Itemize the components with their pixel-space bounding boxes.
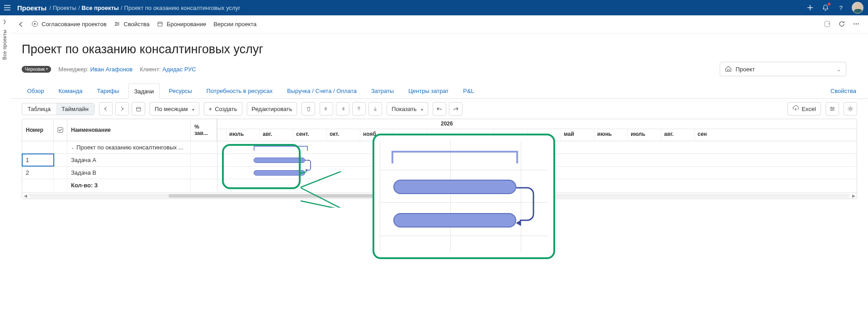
breadcrumb-item[interactable]: Все проекты bbox=[82, 5, 119, 11]
app-title: Проекты bbox=[17, 4, 47, 12]
column-settings-button[interactable] bbox=[826, 102, 839, 116]
breadcrumb-item[interactable]: Проект по оказанию консалтинговых услуг bbox=[124, 5, 241, 11]
gantt-task-bar[interactable] bbox=[254, 170, 305, 176]
gantt-month-header: сент. bbox=[293, 129, 327, 141]
svg-point-7 bbox=[854, 23, 855, 24]
cell-num[interactable]: 1 bbox=[22, 154, 54, 166]
col-checkbox[interactable] bbox=[54, 119, 67, 141]
indent-button[interactable] bbox=[336, 102, 349, 116]
project-selector[interactable]: Проект ⌄ bbox=[720, 62, 846, 76]
manager-label: Менеджер: bbox=[58, 66, 89, 73]
bell-icon[interactable] bbox=[821, 3, 830, 12]
plus-icon: + bbox=[209, 106, 212, 112]
back-button[interactable] bbox=[18, 21, 24, 28]
sliders-icon bbox=[114, 21, 121, 28]
status-badge[interactable]: Черновик bbox=[22, 66, 51, 73]
undo-button[interactable] bbox=[433, 102, 446, 116]
play-circle-icon bbox=[32, 21, 39, 28]
calendar-icon bbox=[157, 21, 164, 28]
excel-label: Excel bbox=[802, 106, 816, 112]
client-link[interactable]: Адидас РУС bbox=[162, 66, 196, 73]
view-table-button[interactable]: Таблица bbox=[22, 103, 56, 115]
cell-num[interactable]: 2 bbox=[22, 167, 54, 179]
svg-rect-5 bbox=[158, 22, 162, 26]
tab-properties-link[interactable]: Свойства bbox=[830, 88, 857, 94]
gantt-task-bar[interactable] bbox=[254, 158, 305, 163]
scale-dropdown[interactable]: По месяцам bbox=[150, 102, 199, 116]
properties-action[interactable]: Свойства bbox=[114, 21, 150, 28]
manager-link[interactable]: Иван Агафонов bbox=[90, 66, 132, 73]
tab-team[interactable]: Команда bbox=[53, 84, 88, 99]
more-icon[interactable] bbox=[853, 20, 861, 28]
gantt-month-header bbox=[461, 129, 494, 141]
tab-resources[interactable]: Ресурсы bbox=[163, 84, 197, 99]
booking-action[interactable]: Бронирование bbox=[157, 21, 207, 28]
sidebar-label: Все проекты bbox=[2, 30, 7, 60]
svg-point-4 bbox=[115, 24, 116, 25]
svg-point-8 bbox=[856, 23, 857, 24]
row-count: Кол-во: 3 bbox=[67, 179, 191, 191]
approval-action[interactable]: Согласование проектов bbox=[32, 21, 107, 28]
gantt-month-row: июль авг. сент. окт. нояб. май июнь июль… bbox=[217, 129, 857, 141]
breadcrumb-item[interactable]: Проекты bbox=[53, 5, 76, 11]
col-name[interactable]: Наименование bbox=[67, 119, 191, 141]
approval-label: Согласование проектов bbox=[42, 21, 107, 28]
cell-name[interactable]: Задача B bbox=[67, 167, 191, 179]
nav-next-button[interactable] bbox=[115, 102, 129, 116]
gantt-month-header bbox=[427, 129, 461, 141]
home-icon bbox=[725, 65, 732, 74]
cloud-download-icon bbox=[793, 105, 799, 113]
scroll-left-icon[interactable]: ◀ bbox=[22, 194, 28, 198]
calendar-today-button[interactable] bbox=[132, 102, 145, 116]
tab-rates[interactable]: Тарифы bbox=[92, 84, 125, 99]
scroll-right-icon[interactable]: ▶ bbox=[850, 194, 857, 198]
cell-num bbox=[22, 141, 54, 153]
edit-button[interactable]: Редактировать bbox=[247, 102, 297, 116]
nav-prev-button[interactable] bbox=[99, 102, 113, 116]
chevron-right-icon: ❯ bbox=[3, 19, 6, 24]
move-up-button[interactable] bbox=[352, 102, 366, 116]
cell-chk bbox=[54, 154, 67, 166]
versions-action[interactable]: Версии проекта bbox=[213, 21, 256, 28]
tab-res-demand[interactable]: Потребность в ресурсах bbox=[201, 84, 278, 99]
help-icon[interactable]: ? bbox=[836, 3, 845, 12]
booking-label: Бронирование bbox=[167, 21, 207, 28]
tab-pl[interactable]: P&L bbox=[458, 84, 480, 99]
gantt-month-header: июль bbox=[226, 129, 260, 141]
move-down-button[interactable] bbox=[368, 102, 382, 116]
tab-overview[interactable]: Обзор bbox=[22, 84, 50, 99]
cell-name[interactable]: ⌄ Проект по оказанию консалтинговых ... bbox=[67, 141, 191, 153]
gantt-summary-bar[interactable] bbox=[254, 146, 308, 149]
avatar[interactable] bbox=[852, 2, 863, 14]
settings-button[interactable] bbox=[844, 102, 857, 116]
hamburger-icon[interactable] bbox=[4, 4, 14, 11]
scale-label: По месяцам bbox=[155, 106, 188, 112]
versions-label: Версии проекта bbox=[213, 21, 256, 28]
svg-point-3 bbox=[117, 23, 118, 24]
tab-costs[interactable]: Затраты bbox=[366, 84, 399, 99]
view-timeline-button[interactable]: Таймлайн bbox=[56, 103, 94, 115]
sidebar-collapsed[interactable]: ❯ Все проекты bbox=[0, 18, 9, 68]
refresh-icon[interactable] bbox=[838, 20, 846, 28]
redo-button[interactable] bbox=[449, 102, 462, 116]
delete-button[interactable] bbox=[302, 102, 315, 116]
plus-icon[interactable] bbox=[806, 3, 815, 12]
tab-revenue[interactable]: Выручка / Счета / Оплата bbox=[282, 84, 362, 99]
create-button[interactable]: + Создать bbox=[204, 102, 242, 116]
chevron-down-icon[interactable]: ⌄ bbox=[71, 145, 75, 150]
svg-rect-15 bbox=[58, 127, 63, 132]
tab-cost-centers[interactable]: Центры затрат bbox=[403, 84, 454, 99]
svg-point-13 bbox=[831, 110, 832, 111]
callout-zoom-content bbox=[380, 141, 548, 199]
client-label: Клиент: bbox=[140, 66, 160, 73]
show-dropdown[interactable]: Показать bbox=[387, 102, 428, 116]
outdent-button[interactable] bbox=[320, 102, 333, 116]
svg-point-11 bbox=[831, 107, 832, 108]
col-number[interactable]: Номер bbox=[22, 119, 54, 141]
col-pct[interactable]: % зав... bbox=[191, 119, 217, 141]
export-icon[interactable] bbox=[824, 20, 832, 28]
cell-name[interactable]: Задача A bbox=[67, 154, 191, 166]
excel-button[interactable]: Excel bbox=[788, 102, 821, 116]
tab-tasks[interactable]: Задачи bbox=[128, 84, 160, 99]
gantt-month-header: авг. bbox=[661, 129, 695, 141]
